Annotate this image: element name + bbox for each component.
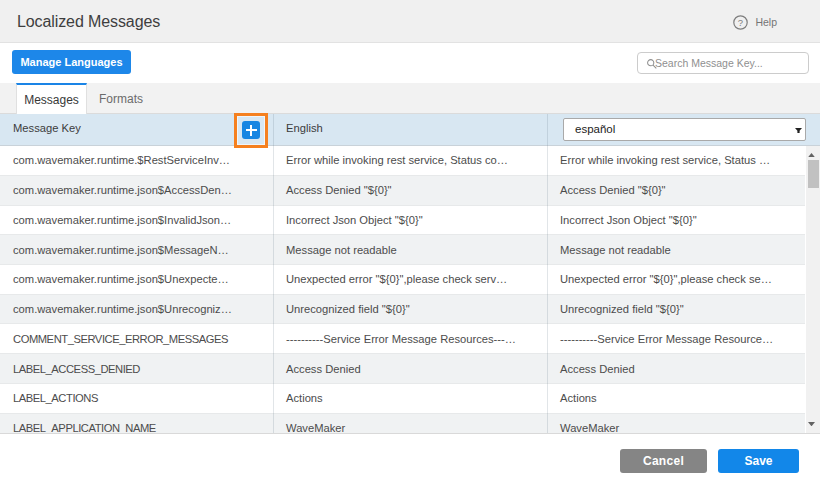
svg-text:?: ? [738, 17, 743, 28]
